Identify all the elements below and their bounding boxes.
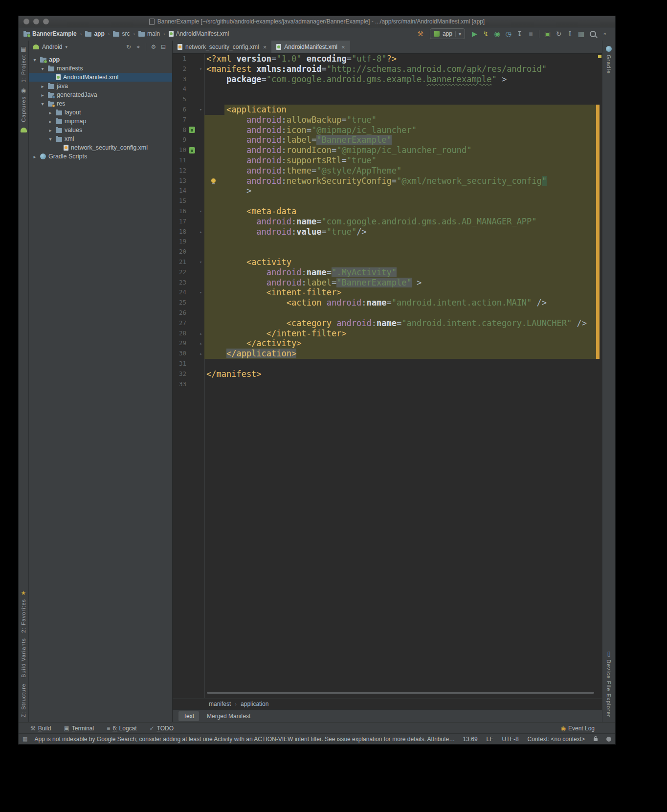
code-text[interactable]: <manifest xmlns:android="http://schemas.… [204, 64, 598, 74]
code-text[interactable]: android:name=".MyActivity" [204, 267, 598, 278]
tab-android-manifest-xml[interactable]: AndroidManifest.xml × [271, 41, 350, 53]
fold-marker-icon[interactable]: ▾ [197, 287, 204, 298]
code-text[interactable]: android:name="com.google.android.gms.ads… [204, 217, 598, 227]
apply-changes-button[interactable]: ↯ [480, 29, 491, 39]
close-icon[interactable]: × [263, 44, 267, 51]
fold-marker-icon[interactable]: ▾ [197, 206, 204, 217]
code-text[interactable] [204, 308, 598, 318]
minimize-window-button[interactable] [33, 19, 39, 24]
toolwindow-button-event-log[interactable]: ◉ Event Log [560, 725, 595, 732]
code-text[interactable]: android:networkSecurityConfig="@xml/netw… [204, 176, 598, 186]
fold-marker-icon[interactable]: ▾ [197, 64, 204, 74]
tab-merged-manifest[interactable]: Merged Manifest [202, 711, 255, 721]
tree-arrow-icon[interactable]: ▸ [32, 154, 38, 159]
caret-position[interactable]: 13:69 [463, 736, 478, 743]
stripe-button-captures[interactable]: ◉Captures [21, 88, 27, 122]
code-text[interactable]: <meta-data [204, 206, 598, 217]
stop-button[interactable]: ■ [525, 29, 536, 39]
launcher-icon-preview[interactable] [189, 147, 195, 154]
tree-arrow-icon[interactable]: ▸ [40, 92, 45, 98]
wrench-icon[interactable]: ⚒ [415, 29, 426, 39]
code-text[interactable]: android:allowBackup="true" [204, 115, 598, 125]
code-text[interactable]: android:value="true"/> [204, 227, 598, 237]
tree-item-res[interactable]: ▾res [29, 99, 172, 108]
code-text[interactable] [204, 84, 598, 94]
stripe-button-gradle[interactable]: Gradle [606, 46, 612, 74]
run-button[interactable]: ▶ [469, 29, 480, 39]
tree-item-values[interactable]: ▸values [29, 126, 172, 134]
code-text[interactable]: </manifest> [204, 369, 598, 379]
code-text[interactable] [204, 247, 598, 257]
tab-network-security-config-xml[interactable]: network_security_config.xml × [173, 41, 271, 53]
stripe-button-1-project[interactable]: ▤1: Project [21, 46, 27, 82]
avd-manager-button[interactable]: ▣ [542, 29, 553, 39]
collapse-all-icon[interactable]: ⊟ [158, 42, 168, 52]
fold-marker-icon[interactable]: ▴ [197, 329, 204, 339]
gear-icon[interactable]: ⚙ [149, 42, 158, 52]
code-text[interactable] [204, 94, 598, 105]
code-text[interactable]: android:theme="@style/AppTheme" [204, 166, 598, 176]
code-text[interactable]: <intent-filter> [204, 287, 598, 298]
horizontal-scrollbar[interactable] [207, 692, 594, 694]
code-text[interactable]: android:label="BannerExample" > [204, 278, 598, 288]
debug-button[interactable]: ◉ [491, 29, 503, 39]
breadcrumb-app[interactable]: app [85, 30, 104, 37]
toolwindow-button-6-logcat[interactable]: ≡6: Logcat [107, 725, 136, 732]
tab-text[interactable]: Text [178, 711, 199, 721]
fold-marker-icon[interactable]: ▴ [197, 338, 204, 349]
tree-arrow-icon[interactable]: ▾ [40, 66, 45, 71]
code-text[interactable]: android:roundIcon="@mipmap/ic_launcher_r… [204, 145, 598, 155]
profile-button[interactable]: ◷ [503, 29, 514, 39]
project-view-selector[interactable]: Android [42, 44, 62, 50]
code-text[interactable]: <action android:name="android.intent.act… [204, 298, 598, 308]
code-text[interactable] [204, 359, 598, 369]
code-text[interactable] [204, 237, 598, 247]
warning-stripe-mark[interactable] [598, 55, 601, 58]
code-text[interactable] [204, 379, 598, 390]
code-text[interactable]: </activity> [204, 338, 598, 349]
code-text[interactable]: <activity [204, 257, 598, 267]
code-text[interactable]: android:icon="@mipmap/ic_launcher" [204, 125, 598, 135]
tree-item-generatedjava[interactable]: ▸generatedJava [29, 90, 172, 99]
code-text[interactable]: </intent-filter> [204, 329, 598, 339]
line-separator-indicator[interactable]: LF [487, 736, 493, 743]
stripe-button-build-variants[interactable]: Build Variants [21, 638, 26, 678]
intention-bulb-icon[interactable] [211, 178, 216, 183]
editor-content[interactable]: 1<?xml version="1.0" encoding="utf-8"?>2… [173, 54, 602, 698]
tree-arrow-icon[interactable]: ▾ [40, 101, 45, 107]
breadcrumb-project[interactable]: BannerExample [23, 30, 77, 37]
tree-arrow-icon[interactable]: ▾ [32, 57, 38, 63]
fold-marker-icon[interactable]: ▾ [197, 257, 204, 267]
zoom-window-button[interactable] [43, 19, 49, 24]
toolwindow-button-todo[interactable]: ✓TODO [150, 725, 174, 732]
context-indicator[interactable]: Context: <no context> [528, 736, 585, 743]
toolwindow-switcher-icon[interactable]: ▦ [22, 736, 27, 742]
code-text[interactable]: android:supportsRtl="true" [204, 155, 598, 166]
tree-arrow-icon[interactable]: ▸ [47, 128, 53, 133]
sync-icon[interactable]: ↻ [124, 42, 133, 52]
tree-arrow-icon[interactable]: ▸ [47, 110, 53, 115]
code-text[interactable]: package="com.google.android.gms.example.… [204, 74, 598, 85]
tool-windows-button[interactable]: ▫ [599, 29, 610, 39]
search-button[interactable] [590, 31, 596, 37]
tree-arrow-icon[interactable]: ▾ [47, 136, 53, 142]
code-text[interactable]: android:label="BannerExample" [204, 135, 598, 145]
close-window-button[interactable] [23, 19, 29, 24]
tree-item-app[interactable]: ▾app [29, 55, 172, 64]
toolwindow-button-terminal[interactable]: ▣Terminal [64, 725, 94, 732]
gradle-sync-button[interactable]: ↻ [553, 29, 564, 39]
code-text[interactable]: <application [204, 105, 598, 115]
close-icon[interactable]: × [341, 44, 345, 51]
tree-item-network-security-config-xml[interactable]: network_security_config.xml [29, 143, 172, 152]
code-text[interactable]: <?xml version="1.0" encoding="utf-8"?> [204, 54, 598, 64]
tree-arrow-icon[interactable]: ▸ [47, 119, 53, 124]
code-text[interactable]: </application> [204, 349, 598, 359]
code-text[interactable] [204, 196, 598, 206]
tree-item-mipmap[interactable]: ▸mipmap [29, 117, 172, 126]
stripe-button-2-favorites[interactable]: ★2: Favorites [21, 590, 26, 633]
breadcrumb-application-tag[interactable]: application [241, 701, 268, 707]
breadcrumb-src[interactable]: src [113, 30, 130, 37]
inspections-indicator-icon[interactable] [606, 737, 611, 742]
stripe-button-device-file-explorer[interactable]: ▯Device File Explorer [606, 651, 612, 717]
tree-item-layout[interactable]: ▸layout [29, 108, 172, 117]
